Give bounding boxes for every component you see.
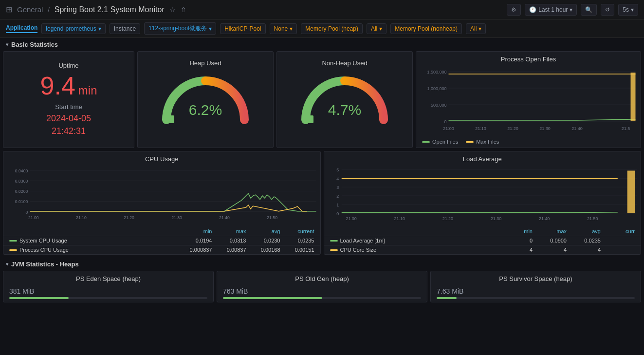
cpu-core-color [330,249,338,251]
col-avg-header: avg [246,228,280,234]
memory-nonheap-label: Memory Pool (nonheap) [395,25,458,32]
load-stats-header: min max avg curr [324,227,641,236]
load-avg-min: 0 [498,238,533,243]
system-cpu-label: System CPU Usage [19,238,67,243]
load-avg-color [330,240,338,242]
dropdown-chevron: ▾ [98,25,101,32]
svg-text:21:10: 21:10 [394,216,405,221]
breadcrumb-general[interactable]: General [17,5,43,14]
refresh-button[interactable]: ↺ [601,4,614,16]
application-label[interactable]: Application [6,24,37,33]
star-icon[interactable]: ☆ [169,6,176,14]
svg-text:21:5: 21:5 [622,126,630,131]
application-value: legend-prometheus [46,25,96,32]
basic-stats-grid: Uptime 9.4 min Start time 2024-04-05 21:… [0,51,644,151]
svg-rect-2 [303,115,313,123]
survivor-title: PS Survivor Space (heap) [437,275,635,285]
cpu-chart-area: 0.0400 0.0300 0.0200 0.0100 0 21:00 21:1… [3,165,320,227]
process-cpu-avg: 0.00168 [246,247,280,253]
svg-text:0.0200: 0.0200 [15,189,28,194]
svg-text:21:20: 21:20 [507,126,518,131]
memory-nonheap-value: All [470,25,477,32]
heap-used-title: Heap Used [184,56,227,69]
refresh-rate-button[interactable]: 5s ▾ [618,4,638,16]
jvm-section-title: JVM Statistics - Heaps [11,261,79,268]
max-files-label: Max Files [476,139,499,145]
svg-text:0.0400: 0.0400 [15,168,28,173]
dropdown-chevron3: ▾ [290,25,293,32]
uptime-unit: min [78,84,97,97]
grid-icon: ⊞ [6,5,12,14]
survivor-bar-bg [437,297,635,299]
process-files-title: Process Open Files [416,52,641,65]
svg-text:5: 5 [336,168,339,172]
settings-button[interactable]: ⚙ [507,4,521,16]
load-col-min: min [498,228,533,234]
process-files-panel: Process Open Files 1,500,000 1,000,000 5… [416,51,641,148]
share-icon[interactable]: ⇧ [181,6,186,14]
svg-text:21:10: 21:10 [475,126,486,131]
application-dropdown[interactable]: legend-prometheus ▾ [41,23,105,34]
svg-text:2: 2 [336,194,339,199]
survivor-value: 7.63 MiB [437,287,635,295]
memory-heap-value-dropdown[interactable]: All ▾ [367,23,386,34]
old-gen-bar-fill [223,297,322,299]
load-chart-area: 5 4 3 2 1 0 21:00 21:10 21:20 21:30 21:4… [324,165,641,227]
page-title: Spring Boot 2.1 System Monitor [55,5,165,14]
eden-space-value: 381 MiB [9,287,207,295]
process-cpu-color [9,249,17,251]
uptime-label: Uptime [58,62,78,69]
svg-text:4: 4 [336,176,339,181]
hikari-dropdown[interactable]: HikariCP-Pool [220,23,265,34]
svg-text:21:30: 21:30 [171,215,182,220]
refresh-rate-label: 5s [623,6,629,13]
load-col-curr: curr [601,228,635,234]
load-avg-row: Load Average [1m] 0 0.0900 0.0235 [324,236,641,245]
cpu-core-max: 4 [533,247,567,253]
process-files-chart: 1,500,000 1,000,000 500,000 0 21:00 21:1… [416,65,641,137]
toolbar: Application legend-prometheus ▾ Instance… [0,19,644,38]
instance-dropdown[interactable]: 112-spring-boot微服务 ▾ [144,22,216,35]
svg-text:21:20: 21:20 [442,216,453,221]
dropdown-chevron5: ▾ [478,25,481,32]
cpu-usage-panel: CPU Usage 0.0400 0.0300 0.0200 0.0100 0 … [3,151,321,255]
svg-text:21:30: 21:30 [490,216,501,221]
time-range-button[interactable]: 🕐 Last 1 hour ▾ [525,4,577,16]
cpu-stats-header: min max avg current [3,227,320,236]
memory-nonheap-dropdown[interactable]: Memory Pool (nonheap) [390,23,462,34]
svg-text:21:50: 21:50 [587,216,598,221]
section-title: Basic Statistics [11,41,58,48]
nonheap-gauge-panel: Non-Heap Used 4.7% [276,51,413,148]
memory-heap-dropdown[interactable]: Memory Pool (heap) [301,23,363,34]
hikari-value-dropdown[interactable]: None ▾ [270,23,297,34]
svg-text:21:40: 21:40 [219,215,230,220]
nonheap-gauge: 4.7% [296,69,393,122]
system-cpu-curr: 0.0235 [280,238,314,243]
eden-space-panel: PS Eden Space (heap) 381 MiB [3,271,214,302]
start-time: 21:42:31 [46,125,91,137]
load-average-panel: Load Average 5 4 3 2 1 0 21:00 21:10 21:… [324,151,642,255]
svg-text:6.2%: 6.2% [189,102,222,118]
process-files-legend: Open Files Max Files [416,137,641,148]
system-cpu-row: System CPU Usage 0.0194 0.0313 0.0230 0.… [3,236,320,245]
svg-text:0: 0 [336,211,339,216]
svg-text:21:40: 21:40 [571,126,583,131]
max-files-color [466,141,474,143]
jvm-section-chevron[interactable]: ▾ [6,262,8,267]
svg-text:0: 0 [444,119,446,124]
col-curr-header: current [280,228,314,234]
svg-text:0: 0 [25,210,28,215]
svg-text:4.7%: 4.7% [328,102,361,118]
instance-label: Instance [110,23,140,34]
memory-nonheap-value-dropdown[interactable]: All ▾ [466,23,486,34]
breadcrumb-separator: / [48,6,49,13]
svg-text:1,500,000: 1,500,000 [427,70,446,75]
old-gen-panel: PS Old Gen (heap) 763 MiB [217,271,427,302]
memory-heap-value: All [371,25,377,32]
svg-text:500,000: 500,000 [431,103,447,108]
hikari-label: HikariCP-Pool [224,25,261,32]
zoom-out-button[interactable]: 🔍 [581,4,597,16]
svg-text:21:20: 21:20 [124,215,134,220]
section-chevron[interactable]: ▾ [6,42,8,47]
load-col-max: max [533,228,567,234]
